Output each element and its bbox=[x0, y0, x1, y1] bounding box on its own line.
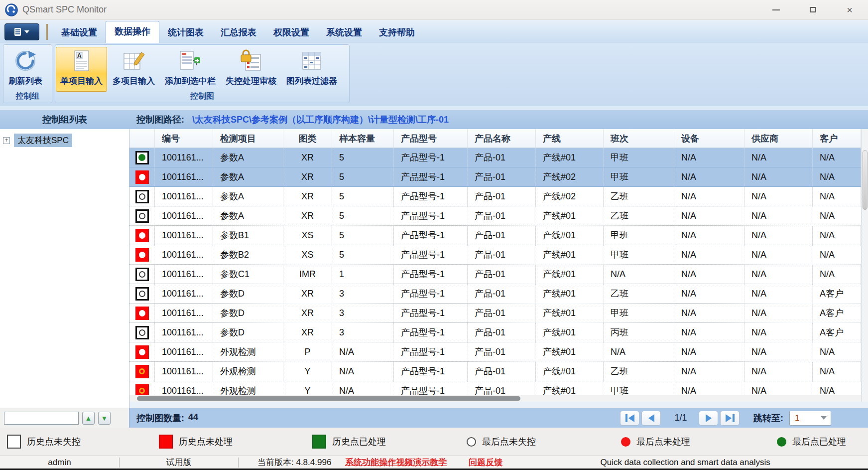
cell-样本容量: 3 bbox=[332, 284, 394, 303]
cell-检测项目: 参数D bbox=[213, 284, 283, 303]
single-item-entry-icon: A bbox=[70, 49, 93, 72]
cell-检测项目: 参数C1 bbox=[213, 265, 283, 284]
cell-客户: N/A bbox=[813, 342, 861, 361]
tree-expander-icon[interactable]: + bbox=[3, 137, 10, 144]
video-tutorial-link[interactable]: 系统功能操作视频演示教学 bbox=[345, 457, 447, 468]
table-row-3[interactable]: 1001161...参数AXR5产品型号-1产品-01产线#02乙班N/AN/A… bbox=[129, 187, 868, 206]
table-row-4[interactable]: 1001161...参数AXR5产品型号-1产品-01产线#01乙班N/AN/A… bbox=[129, 206, 868, 226]
table-row-9[interactable]: 1001161...参数DXR3产品型号-1产品-01产线#01甲班N/AN/A… bbox=[129, 304, 868, 323]
tab-2[interactable]: 数据操作 bbox=[106, 21, 159, 43]
cell-产品型号: 产品型号-1 bbox=[394, 265, 468, 284]
cell-编号: 1001161... bbox=[155, 362, 213, 381]
ribbon-button-refresh[interactable]: 刷新列表 bbox=[4, 47, 47, 92]
tab-1[interactable]: 基础设置 bbox=[53, 22, 106, 43]
ribbon-group-control-group: 刷新列表 控制组 bbox=[3, 44, 52, 103]
legend-item-2: 历史点未处理 bbox=[159, 428, 233, 456]
tab-4[interactable]: 汇总报表 bbox=[212, 22, 265, 43]
status-cell bbox=[129, 362, 155, 381]
cell-编号: 1001161... bbox=[155, 381, 213, 395]
cell-客户: N/A bbox=[813, 206, 861, 225]
cell-设备: N/A bbox=[674, 206, 744, 225]
table-row-8[interactable]: 1001161...参数DXR3产品型号-1产品-01产线#01乙班N/AN/A… bbox=[129, 284, 868, 304]
minimize-button[interactable] bbox=[768, 3, 783, 16]
refresh-icon bbox=[14, 49, 37, 72]
close-button[interactable]: × bbox=[842, 3, 857, 16]
ribbon-button-multi-item-entry[interactable]: 多项目输入 bbox=[108, 47, 159, 92]
legend-label: 最后点已处理 bbox=[792, 436, 846, 448]
column-header-3: 图类 bbox=[283, 129, 332, 148]
first-page-button[interactable] bbox=[620, 411, 639, 426]
application-menu-button[interactable] bbox=[4, 23, 39, 40]
vertical-scrollbar-thumb[interactable] bbox=[863, 150, 868, 210]
maximize-icon bbox=[810, 7, 816, 12]
ribbon-buttons: 刷新列表 bbox=[3, 45, 52, 91]
ribbon-button-single-item-entry[interactable]: A单项目输入 bbox=[56, 47, 107, 92]
close-icon: × bbox=[847, 5, 853, 15]
cell-样本容量: 5 bbox=[332, 187, 394, 206]
cell-编号: 1001161... bbox=[155, 265, 213, 284]
cell-编号: 1001161... bbox=[155, 148, 213, 167]
cell-产品型号: 产品型号-1 bbox=[394, 362, 468, 381]
tree-item-root[interactable]: + 太友科技SPC bbox=[3, 134, 129, 147]
cell-产品型号: 产品型号-1 bbox=[394, 245, 468, 264]
table-row-12[interactable]: 1001161...外观检测YN/A产品型号-1产品-01产线#01乙班N/AN… bbox=[129, 362, 868, 381]
status-icon-white-square-white-ring bbox=[135, 209, 149, 223]
feedback-link[interactable]: 问题反馈 bbox=[469, 457, 502, 468]
next-page-button[interactable] bbox=[699, 411, 718, 426]
cell-客户: N/A bbox=[813, 381, 861, 395]
cell-班次: 甲班 bbox=[604, 167, 674, 186]
cell-产品名称: 产品-01 bbox=[468, 245, 536, 264]
previous-page-button[interactable] bbox=[641, 411, 661, 426]
cell-编号: 1001161... bbox=[155, 342, 213, 361]
cell-班次: 乙班 bbox=[604, 206, 674, 225]
maximize-button[interactable] bbox=[805, 3, 820, 16]
legend-square-swatch bbox=[159, 435, 173, 449]
ribbon-button-chart-list-filter[interactable]: 图列表过滤器 bbox=[282, 47, 342, 92]
tab-separator bbox=[46, 24, 48, 40]
table-row-10[interactable]: 1001161...参数DXR3产品型号-1产品-01产线#01丙班N/AN/A… bbox=[129, 323, 868, 342]
tree-root-label[interactable]: 太友科技SPC bbox=[14, 134, 72, 147]
tab-7[interactable]: 支持帮助 bbox=[371, 22, 423, 43]
ribbon-button-add-to-selected[interactable]: 添加到选中栏 bbox=[160, 47, 220, 92]
cell-班次: 甲班 bbox=[604, 245, 674, 264]
cell-产品名称: 产品-01 bbox=[468, 148, 536, 167]
ribbon-group-label: 控制图 bbox=[55, 91, 349, 102]
column-header-6: 产品名称 bbox=[468, 129, 536, 148]
previous-page-icon bbox=[648, 414, 654, 422]
ribbon-button-ooc-handling-review[interactable]: 失控处理审核 bbox=[221, 47, 281, 92]
next-page-icon bbox=[706, 414, 712, 422]
cell-产品型号: 产品型号-1 bbox=[394, 284, 468, 303]
column-header-1: 编号 bbox=[155, 129, 213, 148]
cell-样本容量: 5 bbox=[332, 148, 394, 167]
jump-to-page-select[interactable]: 1 bbox=[789, 411, 831, 426]
horizontal-scrollbar-thumb[interactable] bbox=[137, 396, 520, 401]
table-row-6[interactable]: 1001161...参数B2XS5产品型号-1产品-01产线#01甲班N/AN/… bbox=[129, 245, 868, 265]
cell-样本容量: N/A bbox=[332, 362, 394, 381]
search-down-button[interactable]: ▼ bbox=[98, 412, 111, 425]
table-row-13[interactable]: 1001161...外观检测YN/A产品型号-1产品-01产线#01甲班N/AN… bbox=[129, 381, 868, 395]
chevron-down-icon bbox=[24, 30, 29, 33]
table-row-1[interactable]: 1001161...参数AXR5产品型号-1产品-01产线#01甲班N/AN/A… bbox=[129, 148, 868, 167]
tab-3[interactable]: 统计图表 bbox=[159, 22, 212, 43]
cell-客户: N/A bbox=[813, 265, 861, 284]
tab-5[interactable]: 权限设置 bbox=[265, 22, 318, 43]
tab-6[interactable]: 系统设置 bbox=[318, 22, 371, 43]
cell-供应商: N/A bbox=[744, 245, 813, 264]
cell-产品型号: 产品型号-1 bbox=[394, 381, 468, 395]
cell-供应商: N/A bbox=[744, 304, 813, 322]
search-up-button[interactable]: ▲ bbox=[82, 412, 95, 425]
cell-产品型号: 产品型号-1 bbox=[394, 226, 468, 245]
table-body: 1001161...参数AXR5产品型号-1产品-01产线#01甲班N/AN/A… bbox=[129, 148, 868, 395]
status-icon-white-square-green-dot bbox=[135, 151, 149, 164]
table-row-2[interactable]: 1001161...参数AXR5产品型号-1产品-01产线#02甲班N/AN/A… bbox=[129, 167, 868, 187]
vertical-scrollbar[interactable] bbox=[861, 129, 868, 402]
horizontal-scrollbar[interactable] bbox=[129, 395, 868, 402]
tree-search-input[interactable] bbox=[4, 412, 79, 425]
table-row-11[interactable]: 1001161...外观检测PN/A产品型号-1产品-01产线#01N/AN/A… bbox=[129, 342, 868, 362]
cell-供应商: N/A bbox=[744, 323, 813, 342]
table-row-7[interactable]: 1001161...参数C1IMR1产品型号-1产品-01产线#01N/AN/A… bbox=[129, 265, 868, 284]
status-icon-red-square-yellow-ring bbox=[135, 384, 149, 395]
last-page-button[interactable] bbox=[720, 411, 740, 426]
table-row-5[interactable]: 1001161...参数B1XS5产品型号-1产品-01产线#01甲班N/AN/… bbox=[129, 226, 868, 245]
status-icon-white-square-white-ring bbox=[135, 287, 149, 301]
